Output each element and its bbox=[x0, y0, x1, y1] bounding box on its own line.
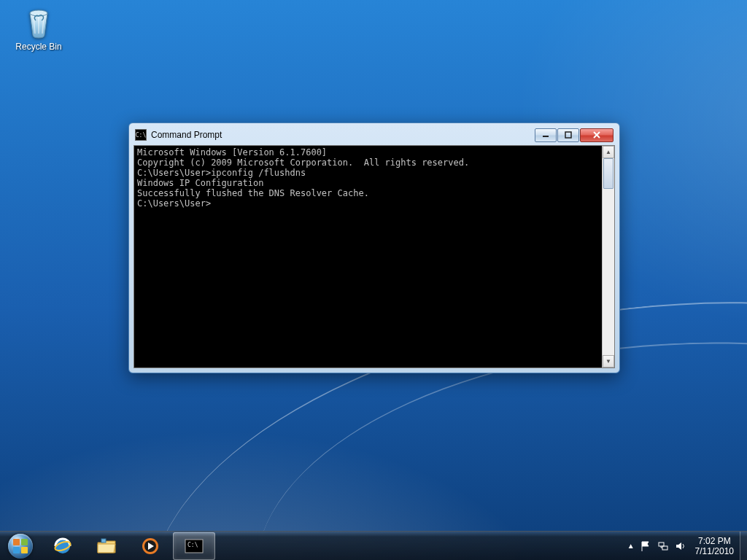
svg-rect-11 bbox=[662, 546, 667, 550]
svg-rect-2 bbox=[565, 132, 571, 138]
console-line: Successfully flushed the DNS Resolver Ca… bbox=[137, 188, 599, 198]
taskbar-item-windows-explorer[interactable] bbox=[85, 532, 128, 560]
taskbar-clock[interactable]: 7:02 PM 7/11/2010 bbox=[689, 536, 740, 556]
console-line: Microsoft Windows [Version 6.1.7600] bbox=[137, 147, 599, 158]
recycle-bin-icon bbox=[21, 4, 56, 39]
action-center-flag-icon[interactable] bbox=[639, 540, 652, 553]
console-area: Microsoft Windows [Version 6.1.7600]Copy… bbox=[133, 145, 615, 368]
command-prompt-window[interactable]: C:\ Command Prompt Microsoft Windows [Ve… bbox=[128, 122, 620, 373]
console-line: C:\Users\User>ipconfig /flushdns bbox=[137, 168, 599, 178]
scroll-down-arrow[interactable]: ▼ bbox=[603, 355, 614, 368]
internet-explorer-icon bbox=[52, 537, 74, 556]
start-orb-icon bbox=[8, 534, 33, 559]
console-line: Windows IP Configuration bbox=[137, 178, 599, 188]
close-button[interactable] bbox=[580, 128, 614, 142]
window-title: Command Prompt bbox=[151, 130, 222, 140]
show-desktop-button[interactable] bbox=[740, 532, 747, 560]
desktop[interactable]: Recycle Bin C:\ Command Prompt Microsoft… bbox=[0, 0, 747, 560]
clock-date: 7/11/2010 bbox=[695, 546, 734, 556]
media-player-icon bbox=[139, 537, 161, 556]
network-icon[interactable] bbox=[657, 540, 670, 553]
start-button[interactable] bbox=[0, 532, 41, 561]
volume-icon[interactable] bbox=[674, 540, 687, 553]
system-tray: ▲ 7:02 PM 7/11/2010 bbox=[625, 532, 747, 560]
command-prompt-icon: C:\ bbox=[135, 129, 147, 141]
vertical-scrollbar[interactable]: ▲ ▼ bbox=[602, 146, 614, 368]
svg-point-0 bbox=[30, 10, 47, 16]
svg-rect-10 bbox=[659, 542, 664, 546]
show-hidden-icons-button[interactable]: ▲ bbox=[625, 532, 637, 561]
svg-rect-5 bbox=[101, 539, 106, 542]
taskbar-item-windows-media-player[interactable] bbox=[129, 532, 171, 560]
taskbar-item-command-prompt[interactable]: C:\ bbox=[173, 532, 215, 560]
console-line: Copyright (c) 2009 Microsoft Corporation… bbox=[137, 158, 599, 168]
console-output[interactable]: Microsoft Windows [Version 6.1.7600]Copy… bbox=[134, 146, 602, 368]
scroll-up-arrow[interactable]: ▲ bbox=[603, 146, 614, 158]
desktop-icon-label: Recycle Bin bbox=[10, 42, 67, 52]
clock-time: 7:02 PM bbox=[695, 536, 734, 546]
taskbar-item-internet-explorer[interactable] bbox=[42, 532, 84, 560]
scroll-thumb[interactable] bbox=[603, 158, 614, 189]
console-line: C:\Users\User> bbox=[137, 198, 599, 209]
maximize-button[interactable] bbox=[557, 128, 579, 142]
minimize-button[interactable] bbox=[535, 128, 557, 142]
titlebar[interactable]: C:\ Command Prompt bbox=[133, 128, 615, 145]
desktop-icon-recycle-bin[interactable]: Recycle Bin bbox=[10, 4, 67, 52]
folder-icon bbox=[96, 537, 117, 556]
svg-text:C:\: C:\ bbox=[187, 542, 198, 548]
command-prompt-icon: C:\ bbox=[183, 537, 205, 556]
taskbar[interactable]: C:\ ▲ 7:02 PM 7/11/2010 bbox=[0, 531, 747, 560]
